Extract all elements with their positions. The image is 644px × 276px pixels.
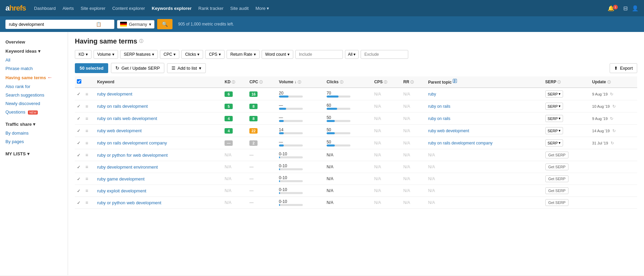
col-cps[interactable]: CPS ⓘ xyxy=(372,76,401,88)
refresh-row-icon[interactable]: ↻ xyxy=(610,92,613,97)
sidebar-my-lists-header[interactable]: MY LISTS ▾ xyxy=(0,149,68,158)
row-checkbox-cell[interactable]: ✓ xyxy=(75,125,83,137)
row-menu-cell[interactable]: ≡ xyxy=(83,149,95,161)
get-serp-button[interactable]: Get SERP xyxy=(545,152,569,158)
row-menu-cell[interactable]: ≡ xyxy=(83,173,95,185)
get-serp-button[interactable]: Get SERP xyxy=(545,187,569,194)
row-checkbox-cell[interactable]: ✓ xyxy=(75,137,83,149)
parent-topic-link[interactable]: ruby on rails xyxy=(428,116,450,121)
refresh-row-icon[interactable]: ↻ xyxy=(612,104,616,109)
row-menu-cell[interactable]: ≡ xyxy=(83,100,95,113)
serp-dropdown-button[interactable]: SERP ▾ xyxy=(545,127,563,134)
filter-clicks-button[interactable]: Clicks ▾ xyxy=(181,50,203,59)
sidebar-item-questions[interactable]: Questions NEW xyxy=(0,108,68,116)
filter-return-rate-button[interactable]: Return Rate ▾ xyxy=(227,50,260,59)
col-update[interactable]: Update ⓘ xyxy=(590,76,637,88)
keyword-link[interactable]: ruby development environment xyxy=(97,165,158,170)
nav-site-audit[interactable]: Site audit xyxy=(228,6,251,11)
row-checkbox-cell[interactable]: ✓ xyxy=(75,88,83,100)
keyword-link[interactable]: ruby development xyxy=(97,91,132,97)
exclude-filter-input[interactable] xyxy=(361,50,408,59)
nav-site-explorer[interactable]: Site explorer xyxy=(78,6,108,11)
col-clicks[interactable]: Clicks ⓘ xyxy=(325,76,372,88)
col-rr[interactable]: RR ⓘ xyxy=(401,76,426,88)
keyword-link[interactable]: ruby web development xyxy=(97,128,142,133)
filter-kd-button[interactable]: KD ▾ xyxy=(75,50,92,59)
nav-alerts[interactable]: Alerts xyxy=(60,6,77,11)
logo[interactable]: ahrefs xyxy=(5,4,26,13)
add-to-list-button[interactable]: ☰ Add to list ▾ xyxy=(167,63,206,73)
refresh-row-icon[interactable]: ↻ xyxy=(612,128,616,133)
row-checkbox-cell[interactable]: ✓ xyxy=(75,185,83,197)
refresh-row-icon[interactable]: ↻ xyxy=(611,141,614,145)
col-parent-topic[interactable]: Parent topic β xyxy=(426,76,543,88)
sidebar-item-by-pages[interactable]: By pages xyxy=(0,137,68,146)
row-menu-cell[interactable]: ≡ xyxy=(83,137,95,149)
parent-topic-link[interactable]: ruby on rails development company xyxy=(428,141,492,145)
col-kd[interactable]: KD ⓘ xyxy=(222,76,247,88)
serp-dropdown-button[interactable]: SERP ▾ xyxy=(545,139,563,146)
sidebar-item-all[interactable]: All xyxy=(0,56,68,64)
row-checkbox-cell[interactable]: ✓ xyxy=(75,197,83,209)
notification-bell-icon[interactable]: 🔔1 xyxy=(608,5,619,12)
keyword-link[interactable]: ruby or python for web development xyxy=(97,153,167,158)
selected-count-button[interactable]: 50 selected xyxy=(75,63,108,73)
select-all-checkbox[interactable] xyxy=(77,79,81,84)
keyword-link[interactable]: ruby or python web development xyxy=(97,200,161,205)
nav-keywords-explorer[interactable]: Keywords explorer xyxy=(149,6,194,11)
keyword-link[interactable]: ruby on rails development company xyxy=(97,140,167,145)
sidebar-overview[interactable]: Overview xyxy=(0,37,68,47)
filter-word-count-button[interactable]: Word count ▾ xyxy=(262,50,293,59)
col-cpc[interactable]: CPC ⓘ xyxy=(247,76,277,88)
row-checkbox-cell[interactable]: ✓ xyxy=(75,173,83,185)
sidebar-item-phrase-match[interactable]: Phrase match xyxy=(0,64,68,73)
refresh-row-icon[interactable]: ↻ xyxy=(610,116,613,121)
keyword-link[interactable]: ruby on rails development xyxy=(97,104,148,109)
row-menu-cell[interactable]: ≡ xyxy=(83,125,95,137)
country-selector[interactable]: Germany ▾ xyxy=(117,20,154,29)
sidebar-item-search-suggestions[interactable]: Search suggestions xyxy=(0,91,68,99)
row-menu-cell[interactable]: ≡ xyxy=(83,113,95,125)
row-checkbox-cell[interactable]: ✓ xyxy=(75,161,83,173)
user-icon[interactable]: 👤 xyxy=(632,5,639,12)
get-serp-button[interactable]: Get SERP xyxy=(545,199,569,206)
parent-topic-link[interactable]: ruby web development xyxy=(428,128,469,133)
row-checkbox-cell[interactable]: ✓ xyxy=(75,113,83,125)
col-select-all[interactable] xyxy=(75,76,83,88)
parent-topic-link[interactable]: ruby on rails xyxy=(428,104,450,109)
export-button[interactable]: ⬆ Export xyxy=(610,63,637,73)
row-checkbox-cell[interactable]: ✓ xyxy=(75,100,83,113)
sidebar-item-newly-discovered[interactable]: Newly discovered xyxy=(0,99,68,108)
nav-rank-tracker[interactable]: Rank tracker xyxy=(196,6,226,11)
row-checkbox-cell[interactable]: ✓ xyxy=(75,149,83,161)
filter-cps-button[interactable]: CPS ▾ xyxy=(205,50,225,59)
sidebar-item-also-rank-for[interactable]: Also rank for xyxy=(0,82,68,91)
get-serp-button[interactable]: Get SERP xyxy=(545,175,569,182)
row-menu-cell[interactable]: ≡ xyxy=(83,161,95,173)
row-menu-cell[interactable]: ≡ xyxy=(83,197,95,209)
search-input[interactable]: ruby development xyxy=(7,20,96,29)
col-serp[interactable]: SERP ⓘ xyxy=(543,76,590,88)
col-keyword[interactable]: Keyword xyxy=(95,76,222,88)
window-icon[interactable]: ⊟ xyxy=(623,5,628,12)
keyword-link[interactable]: ruby game development xyxy=(97,176,144,182)
nav-content-explorer[interactable]: Content explorer xyxy=(110,6,148,11)
serp-dropdown-button[interactable]: SERP ▾ xyxy=(545,115,563,122)
get-serp-button[interactable]: Get SERP xyxy=(545,163,569,170)
row-menu-cell[interactable]: ≡ xyxy=(83,88,95,100)
sidebar-item-having-same-terms[interactable]: Having same terms ← xyxy=(0,73,68,82)
include-filter-input[interactable] xyxy=(295,50,343,59)
search-button[interactable]: 🔍 xyxy=(157,19,172,29)
update-serp-button[interactable]: ↻ Get / Update SERP xyxy=(111,63,164,73)
nav-more[interactable]: More ▾ xyxy=(253,6,272,11)
filter-all-button[interactable]: All ▾ xyxy=(345,50,359,59)
nav-dashboard[interactable]: Dashboard xyxy=(31,6,59,11)
keyword-link[interactable]: ruby on rails web development xyxy=(97,116,157,121)
serp-dropdown-button[interactable]: SERP ▾ xyxy=(545,90,563,98)
filter-serp-features-button[interactable]: SERP features ▾ xyxy=(120,50,158,59)
sidebar-item-by-domains[interactable]: By domains xyxy=(0,129,68,137)
parent-topic-link[interactable]: ruby xyxy=(428,92,436,97)
filter-cpc-button[interactable]: CPC ▾ xyxy=(160,50,179,59)
filter-volume-button[interactable]: Volume ▾ xyxy=(94,50,118,59)
col-volume[interactable]: Volume ↓ ⓘ xyxy=(277,76,325,88)
